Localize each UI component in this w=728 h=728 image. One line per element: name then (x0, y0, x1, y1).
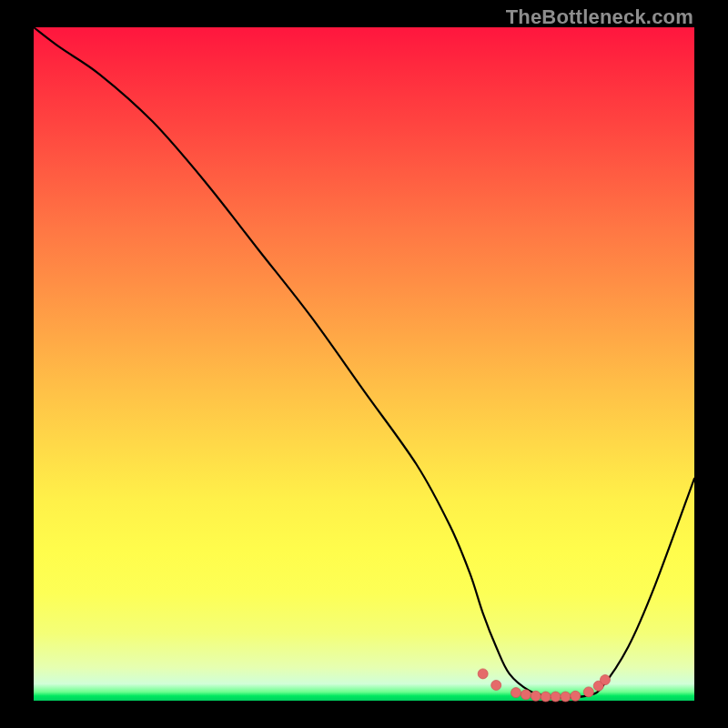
curve-layer (34, 27, 694, 701)
valley-dot (478, 669, 488, 679)
valley-dot (511, 688, 521, 698)
valley-dot (491, 680, 501, 690)
bottleneck-curve (34, 27, 694, 698)
valley-dot (531, 691, 541, 701)
valley-dots-group (478, 669, 610, 702)
valley-dot (583, 687, 593, 697)
chart-stage: TheBottleneck.com (0, 0, 728, 728)
valley-dot (551, 692, 561, 702)
valley-dot (600, 675, 610, 685)
valley-dot (541, 692, 551, 702)
valley-dot (561, 692, 571, 702)
valley-dot (521, 690, 531, 700)
plot-area (34, 27, 694, 701)
watermark-text: TheBottleneck.com (506, 5, 693, 29)
valley-dot (571, 691, 581, 701)
